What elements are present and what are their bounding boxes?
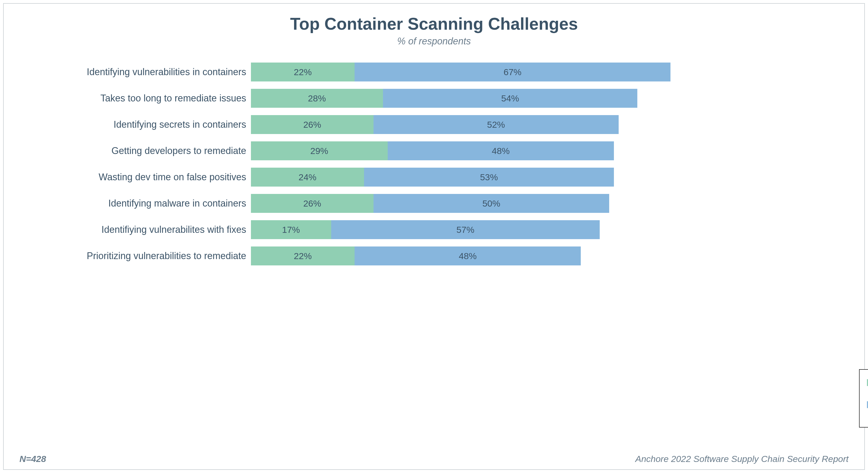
bar-segment-significant: 26% xyxy=(251,115,373,134)
bar-segment-significant: 22% xyxy=(251,63,354,81)
sample-size: N=428 xyxy=(20,454,46,464)
source-citation: Anchore 2022 Software Supply Chain Secur… xyxy=(635,454,848,464)
footer: N=428 Anchore 2022 Software Supply Chain… xyxy=(20,454,848,464)
bar-label: Getting developers to remediate xyxy=(20,145,251,156)
bar-segment-somewhat: 48% xyxy=(388,141,614,160)
bar-label: Takes too long to remediate issues xyxy=(20,93,251,104)
bar-segment-somewhat: 67% xyxy=(354,63,671,81)
bar-segment-significant: 28% xyxy=(251,89,383,108)
bar-segment-somewhat: 53% xyxy=(364,168,614,187)
bar-row: Wasting dev time on false positives24%53… xyxy=(20,168,722,187)
legend-swatch-somewhat-icon xyxy=(867,401,868,408)
bars-area: Identifying vulnerabilities in container… xyxy=(20,63,848,443)
chart-frame: Top Container Scanning Challenges % of r… xyxy=(3,3,865,470)
bar-segment-significant: 24% xyxy=(251,168,364,187)
bar-label: Identifying secrets in containers xyxy=(20,119,251,130)
bar-segment-significant: 26% xyxy=(251,194,373,213)
bar-track: 17%57% xyxy=(251,220,722,239)
bar-segment-significant: 17% xyxy=(251,220,331,239)
legend-swatch-significant-icon xyxy=(867,379,868,386)
bar-segment-somewhat: 50% xyxy=(373,194,609,213)
bar-label: Identifiying vulnerabilites with fixes xyxy=(20,224,251,235)
bar-segment-significant: 22% xyxy=(251,246,354,265)
bar-track: 26%50% xyxy=(251,194,722,213)
chart-title: Top Container Scanning Challenges xyxy=(20,14,848,34)
bar-segment-somewhat: 57% xyxy=(331,220,600,239)
bar-label: Identifying vulnerabilities in container… xyxy=(20,66,251,77)
bar-track: 26%52% xyxy=(251,115,722,134)
bar-segment-significant: 29% xyxy=(251,141,388,160)
bar-segment-somewhat: 48% xyxy=(354,246,581,265)
bar-label: Identifying malware in containers xyxy=(20,198,251,209)
bar-row: Identifiying vulnerabilites with fixes17… xyxy=(20,220,722,239)
bar-segment-somewhat: 52% xyxy=(373,115,619,134)
bar-label: Wasting dev time on false positives xyxy=(20,172,251,182)
chart-subtitle: % of respondents xyxy=(20,36,848,47)
bar-segment-somewhat: 54% xyxy=(383,89,638,108)
legend-item-significant: Significant challenge xyxy=(867,378,868,397)
bar-track: 22%67% xyxy=(251,63,722,81)
bar-track: 29%48% xyxy=(251,141,722,160)
bar-row: Getting developers to remediate29%48% xyxy=(20,141,722,160)
title-block: Top Container Scanning Challenges % of r… xyxy=(20,14,848,47)
bar-row: Prioritizing vulnerabilities to remediat… xyxy=(20,246,722,265)
legend: Significant challenge Somewhat of a chal… xyxy=(859,369,868,428)
legend-item-somewhat: Somewhat of a challenge xyxy=(867,400,868,419)
bar-row: Identifying vulnerabilities in container… xyxy=(20,63,722,81)
bar-track: 22%48% xyxy=(251,246,722,265)
bar-row: Identifying secrets in containers26%52% xyxy=(20,115,722,134)
bar-label: Prioritizing vulnerabilities to remediat… xyxy=(20,250,251,262)
bar-track: 28%54% xyxy=(251,89,722,108)
bar-track: 24%53% xyxy=(251,168,722,187)
bar-row: Takes too long to remediate issues28%54% xyxy=(20,89,722,108)
bar-row: Identifying malware in containers26%50% xyxy=(20,194,722,213)
